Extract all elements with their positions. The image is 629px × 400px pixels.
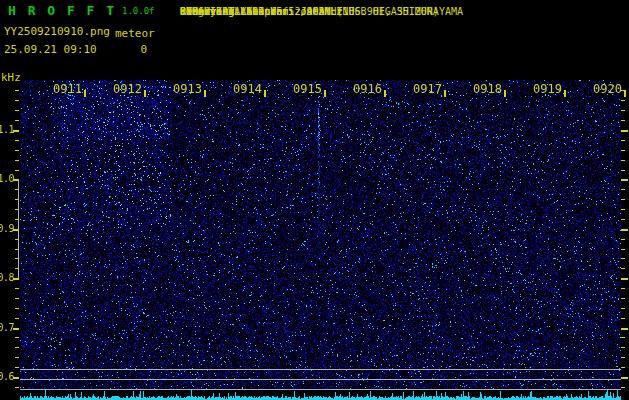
y-tick <box>15 367 19 368</box>
x-axis-label: 0917 <box>413 82 442 96</box>
y-tick <box>621 347 625 348</box>
y-tick <box>15 140 19 141</box>
y-tick <box>621 120 625 121</box>
y-tick <box>621 308 625 309</box>
x-tick <box>384 90 386 97</box>
x-axis-label: 0915 <box>293 82 322 96</box>
y-tick <box>621 239 625 240</box>
y-tick <box>621 298 625 299</box>
output-filename: YY2509210910.png <box>4 25 110 38</box>
y-tick <box>13 377 19 379</box>
y-axis-label: 0.6 <box>0 371 14 382</box>
x-tick <box>84 90 86 97</box>
y-tick <box>15 258 19 259</box>
y-tick <box>621 160 625 161</box>
y-tick <box>15 189 19 190</box>
y-tick <box>15 268 19 269</box>
y-tick <box>621 219 625 220</box>
y-tick <box>621 229 628 231</box>
y-axis-label: 0.7 <box>0 322 14 333</box>
x-axis-label: 0919 <box>533 82 562 96</box>
y-tick <box>13 179 19 181</box>
x-tick <box>264 90 266 97</box>
x-axis-label: 0911 <box>53 82 82 96</box>
y-tick <box>621 318 625 319</box>
y-tick <box>15 249 19 250</box>
hrofft-window: H R O F F T 1.0.0f YY2509210910.png mete… <box>0 0 629 400</box>
y-tick <box>15 387 19 388</box>
x-tick <box>204 90 206 97</box>
y-tick <box>621 100 625 101</box>
x-axis-label: 0912 <box>113 82 142 96</box>
y-tick <box>621 278 628 280</box>
datetime-label: 25.09.21 09:10 <box>4 43 97 56</box>
app-version: 1.0.0f <box>122 6 155 16</box>
app-title: H R O F F T <box>8 3 116 18</box>
y-tick <box>621 150 625 151</box>
y-tick <box>15 288 19 289</box>
y-tick <box>13 328 19 330</box>
y-tick <box>13 229 19 231</box>
x-axis-label: 0920 <box>593 82 622 96</box>
y-tick <box>621 110 625 111</box>
y-tick <box>15 199 19 200</box>
y-tick <box>621 199 625 200</box>
mode-label: meteor <box>115 27 155 40</box>
y-tick <box>15 219 19 220</box>
y-tick <box>15 318 19 319</box>
y-tick <box>15 209 19 210</box>
x-tick <box>444 90 446 97</box>
y-tick <box>621 170 625 171</box>
y-tick <box>15 150 19 151</box>
y-axis-label: 1.1 <box>0 124 14 135</box>
observer-info-value: :10mH 3el.YAGI Horizontal:ENE <box>180 5 355 18</box>
y-tick <box>15 170 19 171</box>
y-tick <box>15 239 19 240</box>
y-axis-label: 0.9 <box>0 223 14 234</box>
y-tick <box>621 288 625 289</box>
spectrogram-canvas <box>20 80 621 400</box>
y-tick <box>15 160 19 161</box>
x-tick <box>624 90 626 97</box>
y-tick <box>15 120 19 121</box>
y-tick <box>621 179 628 181</box>
y-tick <box>15 357 19 358</box>
y-tick <box>15 298 19 299</box>
y-tick <box>15 110 19 111</box>
x-tick <box>504 90 506 97</box>
x-axis-label: 0916 <box>353 82 382 96</box>
y-tick <box>621 130 628 132</box>
x-axis-label: 0918 <box>473 82 502 96</box>
x-tick <box>144 90 146 97</box>
y-axis-label: 1.0 <box>0 173 14 184</box>
y-tick <box>621 337 625 338</box>
y-tick <box>621 367 625 368</box>
y-tick <box>621 189 625 190</box>
y-tick <box>621 249 625 250</box>
y-tick <box>621 328 628 330</box>
x-tick <box>564 90 566 97</box>
x-tick <box>324 90 326 97</box>
y-tick <box>621 268 625 269</box>
y-tick <box>15 337 19 338</box>
x-axis-label: 0914 <box>233 82 262 96</box>
y-tick <box>15 100 19 101</box>
y-tick <box>621 357 625 358</box>
y-axis-unit: kHz <box>1 71 21 84</box>
y-tick <box>621 377 628 379</box>
y-tick <box>15 90 19 91</box>
y-tick <box>621 140 625 141</box>
y-axis-label: 0.8 <box>0 272 14 283</box>
y-tick <box>13 130 19 132</box>
meteor-count: 0 <box>115 43 147 56</box>
y-tick <box>15 308 19 309</box>
y-tick <box>13 278 19 280</box>
y-tick <box>15 347 19 348</box>
y-tick <box>621 387 625 388</box>
y-tick <box>621 258 625 259</box>
y-tick <box>621 209 625 210</box>
x-axis-label: 0913 <box>173 82 202 96</box>
